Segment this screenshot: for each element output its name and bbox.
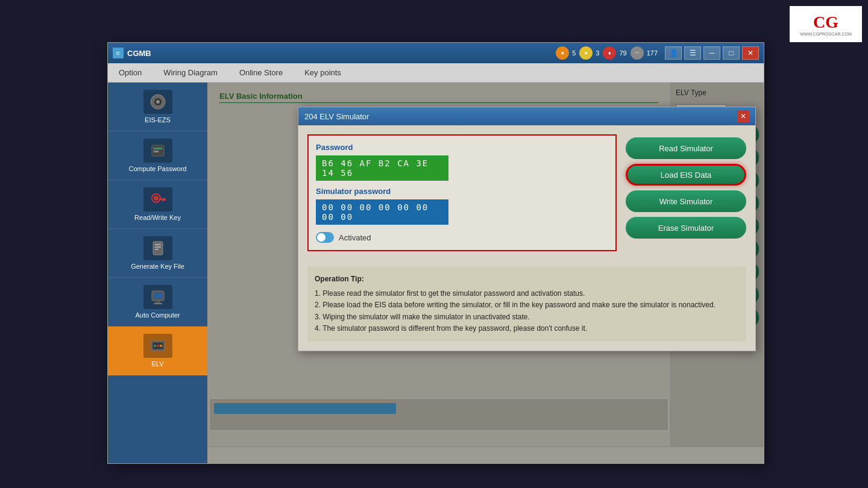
modal-title-bar: 204 ELV Simulator ✕ [298,107,755,125]
svg-rect-20 [154,303,162,304]
sidebar: EIS-EZS Compute Password [108,83,207,463]
close-button[interactable]: ✕ [742,46,759,60]
menu-online-store[interactable]: Online Store [234,66,288,80]
menu-icon[interactable]: ☰ [684,46,701,60]
svg-rect-14 [155,244,161,245]
compute-password-label: Compute Password [129,165,187,172]
elv-icon [143,334,172,358]
tip-line-1: 1. Please read the simulator first to ge… [315,288,739,299]
svg-rect-19 [156,301,160,303]
svg-rect-13 [153,242,163,255]
auto-computer-label: Auto Computer [136,311,180,319]
sidebar-item-elv[interactable]: ELV [108,327,207,375]
sidebar-item-compute-password[interactable]: Compute Password [108,131,207,180]
app-title: CGMB [127,49,556,58]
menu-option[interactable]: Option [114,66,146,80]
app-icon: C [113,48,124,58]
password-label: Password [316,143,608,152]
svg-point-24 [157,345,159,347]
title-bar: C CGMB ● 5 ● 3 ♦ 79 ⋯ 177 👤 ☰ [108,43,764,63]
tip-line-4: 4. The simulator password is different f… [315,323,739,334]
svg-rect-16 [155,249,159,250]
sim-password-label: Simulator password [316,187,608,196]
content-area: EIS-EZS Compute Password [108,83,764,463]
status-icon-1: ● [556,46,569,60]
svg-rect-11 [162,198,164,201]
eis-ezs-label: EIS-EZS [145,116,171,124]
logo-corner: CG WWW.CGPROGCAR.COM [790,6,862,42]
tip-title: Operation Tip: [315,274,739,285]
sidebar-item-auto-computer[interactable]: Auto Computer [108,278,207,327]
status-icon-4: ⋯ [631,46,644,60]
sidebar-item-read-write-key[interactable]: Read/Write Key [108,180,207,229]
menu-bar: Option Wiring Diagram Online Store Key p… [108,63,764,83]
password-value: B6 46 AF B2 CA 3E 14 56 [316,155,448,181]
svg-rect-6 [154,148,162,149]
generate-key-file-label: Generate Key File [131,263,184,270]
activated-toggle[interactable] [316,232,334,243]
main-panel: ELV Basic Information manualshive.com EL… [207,83,764,463]
logo-url: WWW.CGPROGCAR.COM [800,32,852,36]
load-eis-data-button[interactable]: Load EIS Data [626,164,746,186]
logo-cg-text: CG [800,13,852,32]
app-window: C CGMB ● 5 ● 3 ♦ 79 ⋯ 177 👤 ☰ [107,42,764,464]
modal-content: Password B6 46 AF B2 CA 3E 14 56 Simulat… [298,125,755,351]
svg-point-25 [160,345,162,347]
svg-rect-18 [154,293,162,299]
activated-row: Activated [316,232,608,243]
status-count-2: 3 [596,49,599,57]
read-simulator-button[interactable]: Read Simulator [626,137,746,159]
eis-ezs-icon [143,90,172,114]
activated-label: Activated [339,233,371,242]
sidebar-item-generate-key-file[interactable]: Generate Key File [108,229,207,278]
svg-point-23 [154,345,156,347]
menu-wiring-diagram[interactable]: Wiring Diagram [159,66,222,80]
svg-rect-7 [154,151,159,152]
svg-point-9 [154,196,159,201]
password-box: Password B6 46 AF B2 CA 3E 14 56 Simulat… [307,134,617,251]
user-icon[interactable]: 👤 [665,46,682,60]
auto-computer-icon [143,285,172,309]
status-count-1: 5 [572,49,576,57]
modal-dialog: 204 ELV Simulator ✕ Password [298,107,756,351]
menu-key-points[interactable]: Key points [300,66,346,80]
status-icon-2: ● [579,46,593,60]
status-icons: ● 5 ● 3 ♦ 79 ⋯ 177 [556,46,658,60]
compute-password-icon [143,139,172,163]
sidebar-item-eis-ezs[interactable]: EIS-EZS [108,83,207,131]
svg-rect-12 [164,198,166,201]
generate-key-file-icon [143,236,172,260]
modal-body: Password B6 46 AF B2 CA 3E 14 56 Simulat… [307,134,746,257]
svg-point-4 [156,100,160,104]
tip-line-2: 2. Please load the EIS data before writi… [315,299,739,311]
read-write-key-label: Read/Write Key [134,214,181,221]
read-write-key-icon [143,187,172,211]
write-simulator-button[interactable]: Write Simulator [626,190,746,212]
window-controls: 👤 ☰ ─ □ ✕ [665,46,759,60]
modal-title: 204 ELV Simulator [304,112,737,121]
maximize-button[interactable]: □ [723,46,740,60]
modal-right: Read Simulator Load EIS Data Write Simul… [626,134,746,257]
modal-close-button[interactable]: ✕ [737,110,749,122]
operation-tip: Operation Tip: 1. Please read the simula… [307,266,746,342]
minimize-button[interactable]: ─ [703,46,720,60]
svg-text:C: C [116,51,120,56]
sim-password-value: 00 00 00 00 00 00 00 00 [316,199,448,225]
svg-rect-15 [155,246,161,248]
modal-overlay: 204 ELV Simulator ✕ Password [207,83,764,463]
tip-line-3: 3. Wiping the simulator will make the si… [315,311,739,323]
status-icon-3: ♦ [603,46,616,60]
toggle-knob [317,233,326,242]
erase-simulator-button[interactable]: Erase Simulator [626,217,746,239]
status-count-4: 177 [647,49,658,57]
modal-left: Password B6 46 AF B2 CA 3E 14 56 Simulat… [307,134,617,257]
elv-label: ELV [152,360,164,368]
status-count-3: 79 [619,49,626,57]
